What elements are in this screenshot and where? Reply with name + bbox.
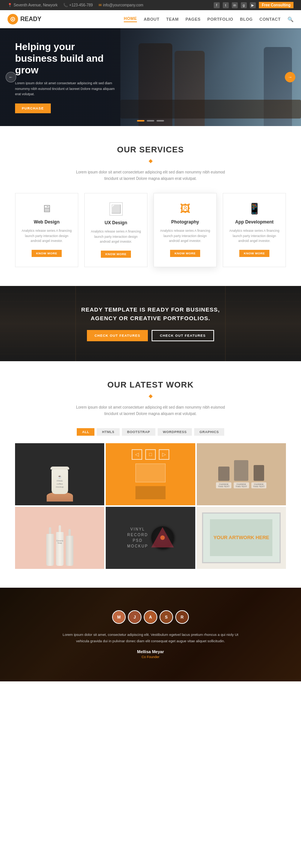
- navbar: READY HOME ABOUT TEAM PAGES PORTFOLIO BL…: [0, 10, 301, 28]
- work-title: OUR LATEST WORK: [15, 380, 286, 390]
- testimonial-role: Co Founder: [15, 655, 286, 659]
- artwork-text: YOUR ARTWORK HERE: [213, 535, 269, 541]
- service-card-webdesign: 🖥 Web Design Analytics release series A …: [15, 193, 78, 267]
- filter-graphics[interactable]: GRAPHICS: [194, 428, 224, 436]
- nav-contact[interactable]: CONTACT: [260, 17, 281, 21]
- avatar-3[interactable]: A: [144, 610, 157, 624]
- hero-prev-arrow[interactable]: ←: [6, 72, 16, 82]
- work-item-3[interactable]: CHANGETHIS TEXT CHANGETHIS TEXT CHANGETH…: [197, 443, 286, 505]
- hero-subtitle: Lorem ipsum dolor sit amet consectetuer …: [15, 81, 117, 97]
- services-section: OUR SERVICES ◆ Lorem ipsum dolor sit ame…: [0, 126, 301, 286]
- top-bar-right: f t in g ▶ Free Consulting: [214, 2, 293, 8]
- know-more-1[interactable]: KNOW MORE: [32, 250, 62, 257]
- hero-dot-3[interactable]: [157, 120, 164, 122]
- nav-pages[interactable]: PAGES: [185, 17, 201, 21]
- avatar-2[interactable]: J: [128, 610, 141, 624]
- work-item-2[interactable]: ◁ □ ▷: [106, 443, 195, 505]
- filter-html5[interactable]: HTML5: [97, 428, 120, 436]
- service-title-3: Photography: [160, 219, 210, 225]
- nav-about[interactable]: ABOUT: [144, 17, 160, 21]
- know-more-2[interactable]: KNOW MORE: [101, 251, 131, 258]
- hero-purchase-button[interactable]: PURCHASE: [15, 103, 51, 113]
- know-more-3[interactable]: KNOW MORE: [170, 250, 200, 257]
- parallax-btn-1[interactable]: CHECK OUT FEATURES: [87, 330, 148, 341]
- services-subtitle: Lorem ipsum dolor sit amet consectetuer …: [71, 169, 230, 182]
- testimonial-section: M J A S R Lorem ipsum dolor sit amet, co…: [0, 588, 301, 681]
- nav-home[interactable]: HOME: [124, 16, 137, 22]
- work-diamond: ◆: [15, 393, 286, 399]
- testimonial-avatars: M J A S R: [15, 610, 286, 624]
- filter-bootstrap[interactable]: BOOTSTRAP: [122, 428, 155, 436]
- social-twitter[interactable]: t: [223, 2, 229, 8]
- service-desc-1: Analytics release series A financing lau…: [21, 228, 72, 244]
- work-item-4[interactable]: Ceramic Soap: [15, 507, 104, 569]
- services-grid: 🖥 Web Design Analytics release series A …: [15, 193, 286, 267]
- logo-icon: [8, 14, 18, 24]
- svg-point-1: [12, 18, 14, 20]
- nav-portfolio[interactable]: PORTFOLIO: [207, 17, 233, 21]
- services-diamond: ◆: [15, 158, 286, 164]
- hero-dot-2[interactable]: [147, 120, 154, 122]
- filter-wordpress[interactable]: WORDPRESS: [158, 428, 192, 436]
- social-linkedin[interactable]: in: [232, 2, 238, 8]
- address: 📍 Seventh Avenue, Newyork: [8, 3, 58, 7]
- nav-team[interactable]: TEAM: [166, 17, 179, 21]
- parallax-btn-2[interactable]: CHECK OUT FEATURES: [152, 330, 214, 341]
- free-consulting-button[interactable]: Free Consulting: [259, 2, 293, 8]
- email: ✉ info@yourcompany.com: [99, 3, 143, 7]
- nav-blog[interactable]: BLOG: [240, 17, 253, 21]
- webdesign-icon: 🖥: [21, 202, 72, 215]
- service-card-appdev: 📱 App Development Analytics release seri…: [223, 193, 286, 267]
- know-more-4[interactable]: KNOW MORE: [239, 250, 269, 257]
- top-bar: 📍 Seventh Avenue, Newyork 📞 +123-456-789…: [0, 0, 301, 10]
- testimonial-author: Mellisa Meyar: [15, 649, 286, 654]
- service-card-photography: 🖼 Photography Analytics release series A…: [154, 193, 217, 267]
- logo: READY: [8, 14, 41, 24]
- service-title-1: Web Design: [21, 219, 72, 225]
- hero-title: Helping your business build and grow: [15, 41, 117, 76]
- hero-next-arrow[interactable]: →: [285, 72, 295, 82]
- parallax-banner: READY TEMPLATE IS READY FOR BUSINESS, AG…: [0, 286, 301, 361]
- hero-content: Helping your business build and grow Lor…: [0, 41, 132, 114]
- social-facebook[interactable]: f: [214, 2, 220, 8]
- avatar-1[interactable]: M: [112, 610, 126, 624]
- service-title-4: App Development: [229, 219, 280, 225]
- social-google[interactable]: g: [241, 2, 247, 8]
- nav-links: HOME ABOUT TEAM PAGES PORTFOLIO BLOG CON…: [124, 16, 293, 22]
- service-desc-2: Analytics release series A financing lau…: [91, 229, 141, 245]
- hero-section: Helping your business build and grow Lor…: [0, 28, 301, 126]
- work-subtitle: Lorem ipsum dolor sit amet consectetuer …: [71, 404, 230, 417]
- service-desc-3: Analytics release series A financing lau…: [160, 228, 210, 244]
- work-item-1[interactable]: ☕ FREEcoffeemockup: [15, 443, 104, 505]
- hero-dot-1[interactable]: [137, 120, 144, 122]
- service-desc-4: Analytics release series A financing lau…: [229, 228, 280, 244]
- avatar-5[interactable]: R: [175, 610, 189, 624]
- service-title-2: UX Design: [91, 220, 141, 225]
- hero-dots: [137, 120, 164, 122]
- photography-icon: 🖼: [160, 202, 210, 215]
- appdev-icon: 📱: [229, 202, 280, 215]
- testimonial-quote: Lorem ipsum dolor sit amet, consectetur …: [56, 631, 245, 644]
- avatar-4[interactable]: S: [160, 610, 173, 624]
- uxdesign-icon: ⬜: [109, 202, 123, 216]
- filter-all[interactable]: ALL: [77, 428, 94, 436]
- work-section: OUR LATEST WORK ◆ Lorem ipsum dolor sit …: [0, 361, 301, 588]
- parallax-title: READY TEMPLATE IS READY FOR BUSINESS, AG…: [81, 306, 220, 322]
- work-item-5[interactable]: VINYLRECORDPSDMOCKUP: [106, 507, 195, 569]
- services-title: OUR SERVICES: [15, 145, 286, 155]
- top-bar-left: 📍 Seventh Avenue, Newyork 📞 +123-456-789…: [8, 3, 143, 7]
- service-card-uxdesign: ⬜ UX Design Analytics release series A f…: [84, 193, 147, 267]
- work-grid: ☕ FREEcoffeemockup ◁ □ ▷: [15, 443, 286, 569]
- phone: 📞 +123-456-789: [63, 3, 93, 7]
- social-youtube[interactable]: ▶: [250, 2, 256, 8]
- work-filters: ALL HTML5 BOOTSTRAP WORDPRESS GRAPHICS: [15, 428, 286, 436]
- search-icon[interactable]: 🔍: [287, 17, 293, 22]
- work-item-6[interactable]: YOUR ARTWORK HERE: [197, 507, 286, 569]
